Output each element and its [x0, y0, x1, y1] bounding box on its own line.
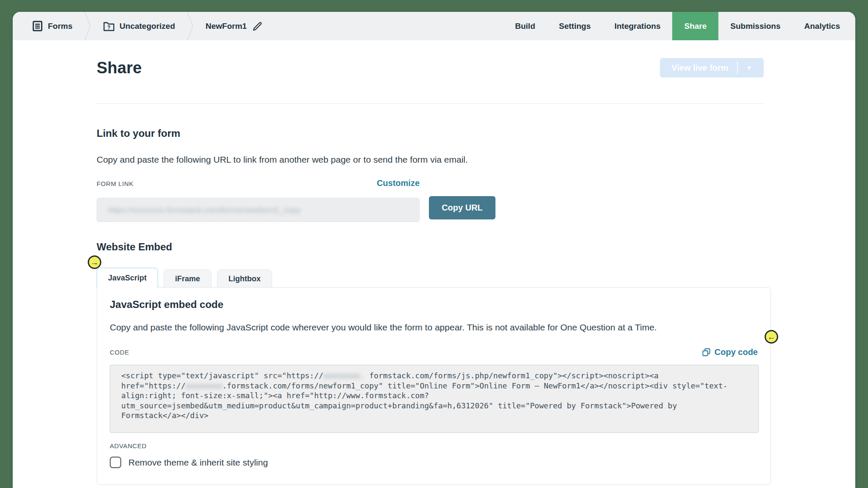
folder-question-icon: ? — [103, 21, 115, 32]
tab-iframe[interactable]: iFrame — [164, 269, 211, 288]
form-link-label: FORM LINK — [97, 180, 134, 187]
breadcrumb-label: Forms — [48, 22, 72, 31]
desktop-background: { "breadcrumb": { "items": [ { "label": … — [0, 0, 868, 488]
breadcrumb: Forms ? Uncategorized NewForm1 — [13, 12, 263, 40]
code-header-row: CODE Copy code — [110, 346, 758, 358]
breadcrumb-item-uncategorized[interactable]: ? Uncategorized — [103, 21, 175, 32]
nav-item-analytics[interactable]: Analytics — [793, 12, 852, 40]
link-section-description: Copy and paste the following URL to link… — [97, 155, 468, 165]
app-window: Forms ? Uncategorized NewForm1 — [13, 12, 855, 488]
breadcrumb-label: Uncategorized — [120, 22, 175, 31]
embed-panel: JavaScript embed code Copy and paste the… — [97, 287, 771, 485]
copy-url-button[interactable]: Copy URL — [429, 196, 495, 219]
title-divider — [97, 103, 764, 104]
tab-lightbox[interactable]: Lightbox — [217, 269, 272, 288]
topbar: Forms ? Uncategorized NewForm1 — [13, 12, 855, 40]
nav-item-build[interactable]: Build — [503, 12, 547, 40]
copy-code-label: Copy code — [715, 347, 758, 357]
form-name-label: NewForm1 — [206, 22, 247, 31]
nav-item-submissions[interactable]: Submissions — [718, 12, 792, 40]
form-link-value: https://xxxxxxxx.formstack.com/forms/new… — [108, 205, 300, 214]
embed-section-heading: Website Embed — [97, 241, 172, 253]
customize-link[interactable]: Customize — [377, 178, 420, 188]
breadcrumb-item-forms[interactable]: Forms — [32, 20, 72, 32]
embed-panel-description: Copy and paste the following JavaScript … — [110, 322, 657, 333]
forms-icon — [32, 20, 43, 32]
page-header: Share View live form ▼ — [97, 58, 771, 78]
advanced-label: ADVANCED — [110, 442, 147, 449]
nav-item-share[interactable]: Share — [672, 12, 718, 40]
embed-tabs: JavaScript iFrame Lightbox — [97, 267, 278, 288]
embed-code: <script type="text/javascript" src="http… — [121, 371, 747, 421]
breadcrumb-item-form-name: NewForm1 — [206, 22, 247, 31]
page-title: Share — [97, 59, 142, 77]
nav-item-integrations[interactable]: Integrations — [603, 12, 673, 40]
remove-theme-checkbox[interactable] — [110, 457, 121, 468]
breadcrumb-separator-icon — [83, 12, 92, 40]
breadcrumb-separator-icon — [186, 12, 195, 40]
embed-code-box[interactable]: <script type="text/javascript" src="http… — [110, 365, 759, 433]
annotation-marker-javascript-tab: → — [88, 255, 101, 269]
nav-item-settings[interactable]: Settings — [547, 12, 603, 40]
form-link-input[interactable]: https://xxxxxxxx.formstack.com/forms/new… — [97, 198, 420, 222]
caret-down-icon[interactable]: ▼ — [738, 64, 756, 71]
view-live-form-button[interactable]: View live form ▼ — [660, 58, 764, 78]
remove-theme-row: Remove theme & inherit site styling — [110, 457, 268, 468]
tab-javascript[interactable]: JavaScript — [97, 268, 158, 288]
annotation-marker-copy-code: ← — [765, 330, 778, 344]
form-link-label-row: FORM LINK Customize — [97, 178, 420, 188]
remove-theme-label: Remove theme & inherit site styling — [128, 458, 268, 468]
edit-form-name-button[interactable] — [252, 21, 263, 32]
copy-code-button[interactable]: Copy code — [702, 347, 758, 357]
embed-panel-heading: JavaScript embed code — [110, 299, 223, 311]
code-label: CODE — [110, 349, 129, 356]
copy-icon — [702, 348, 711, 357]
link-section-heading: Link to your form — [97, 128, 180, 139]
arrow-left-icon: ← — [768, 333, 776, 341]
main-nav: Build Settings Integrations Share Submis… — [503, 12, 852, 40]
arrow-right-icon: → — [91, 258, 99, 266]
view-live-form-label: View live form — [668, 63, 737, 73]
svg-text:?: ? — [107, 24, 110, 30]
pencil-icon — [252, 21, 263, 32]
